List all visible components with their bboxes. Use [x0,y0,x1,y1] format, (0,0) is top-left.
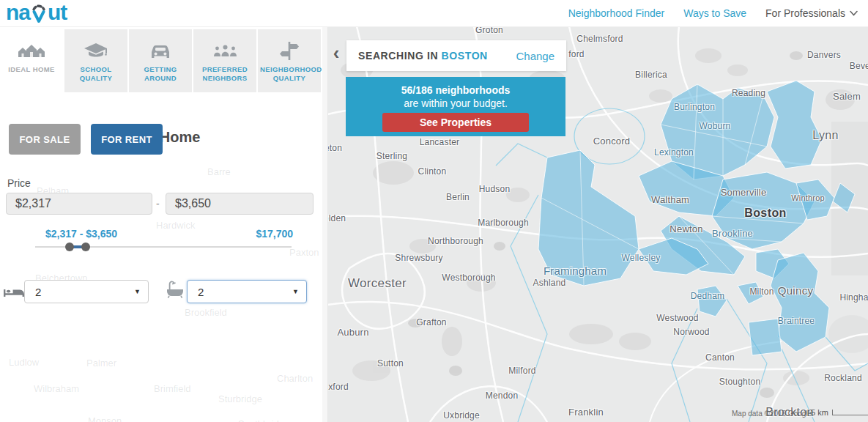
faint-map-label: Charlton [277,373,313,384]
bathrooms-select[interactable]: 2 ▼ [187,280,307,303]
faint-map-label: Wilbraham [34,383,79,394]
map-scale-bar [832,410,868,415]
map-scale-text: 5 km [811,408,828,417]
logo-text-right: ut [48,1,67,23]
car-icon [149,40,171,61]
faint-map-label: Ludlow [9,357,39,368]
nav-for-professionals[interactable]: For Professionals [765,7,858,19]
tab-school-quality[interactable]: SCHOOL QUALITY [64,29,127,92]
change-city-link[interactable]: Change [516,50,554,62]
price-range-max: $17,700 [256,228,293,240]
bedrooms-value: 2 [35,286,41,298]
tab-label: PREFERRED NEIGHBORS [196,65,254,83]
tab-getting-around[interactable]: GETTING AROUND [129,29,192,92]
searching-in-label: SEARCHING IN [358,50,442,62]
bedrooms-select[interactable]: 2 ▼ [24,280,149,303]
select-caret-icon: ▼ [292,288,299,295]
map-pin-icon [31,3,47,23]
bathtub-icon [166,280,185,302]
budget-banner: 56/186 neighborhoods are within your bud… [346,77,565,136]
people-icon [212,40,238,61]
map-scale: 5 km [811,408,868,417]
budget-count-text: 56/186 neighborhoods [346,84,565,96]
search-city: BOSTON [442,50,488,62]
panel-divider [322,26,328,422]
tab-neighborhood-quality[interactable]: NEIGHBORHOOD QUALITY [258,29,321,92]
search-card: SEARCHING IN BOSTON Change [346,40,566,71]
signpost-icon [278,40,300,61]
price-range-current: $2,317 - $3,650 [45,228,117,240]
price-max-input[interactable] [166,193,314,215]
app: na ut Neighborhood Finder Ways to Save F… [0,0,868,422]
see-properties-button[interactable]: See Properties [382,113,529,132]
graduation-cap-icon [84,40,108,61]
homes-icon [18,40,45,61]
faint-map-label: Sturbridge [218,393,262,404]
for-rent-button[interactable]: FOR RENT [91,124,163,155]
price-range-row: $2,317 - $3,650 $17,700 [0,228,322,241]
slider-handle-min[interactable] [65,243,74,251]
top-nav: Neighborhood Finder Ways to Save For Pro… [568,0,858,26]
tab-label: SCHOOL QUALITY [67,65,125,83]
faint-map-label: Palmer [86,358,116,369]
bed-icon [3,284,25,300]
filter-panel: PelhamBarreHardwickPaxtonBelchertownBroo… [0,26,322,422]
nav-neighborhood-finder[interactable]: Neighborhood Finder [568,7,665,19]
faint-map-label: Paxton [289,247,319,258]
bathrooms-value: 2 [198,286,204,298]
logo-text-left: na [6,1,30,23]
faint-map-label: Southbridge [238,418,289,422]
faint-map-label: Brimfield [154,383,191,394]
price-min-input[interactable] [6,193,152,215]
faint-map-label: Barre [207,166,231,177]
tab-label: IDEAL HOME [2,65,61,74]
collapse-panel-button[interactable]: ‹ [329,42,344,64]
chevron-down-icon [850,10,858,16]
slider-handle-max[interactable] [81,243,90,251]
nav-ways-to-save[interactable]: Ways to Save [683,7,746,19]
filter-tabs: IDEAL HOMESCHOOL QUALITYGETTING AROUNDPR… [0,29,322,92]
map-attribution: Map data ©2016 Google [732,410,812,418]
faint-map-label: Monson [88,415,122,422]
budget-subtext: are within your budget. [346,97,565,109]
faint-map-label: Brookfield [185,307,227,318]
navut-logo[interactable]: na ut [6,1,67,23]
map[interactable]: GrotonChelmsfordfordBillericaDanversBeve… [327,26,868,422]
header: na ut Neighborhood Finder Ways to Save F… [0,0,868,27]
tab-ideal-home[interactable]: IDEAL HOME [0,29,63,92]
tab-preferred-neighbors[interactable]: PREFERRED NEIGHBORS [193,29,256,92]
for-sale-button[interactable]: FOR SALE [9,124,81,155]
price-label: Price [7,177,31,189]
tab-label: NEIGHBORHOOD QUALITY [260,65,319,83]
tab-label: GETTING AROUND [131,65,190,83]
select-caret-icon: ▼ [134,288,141,295]
price-slider[interactable] [35,242,292,252]
price-separator: - [156,198,160,210]
